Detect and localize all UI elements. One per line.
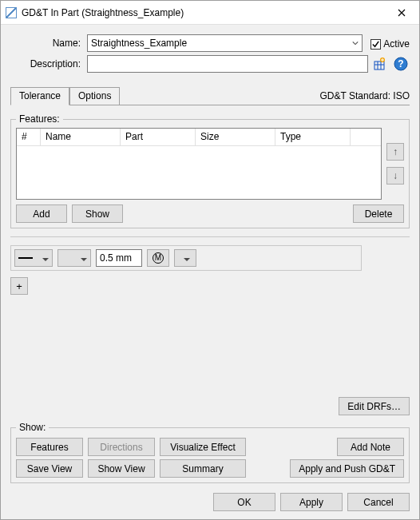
- close-icon: [398, 9, 406, 17]
- description-row: Description: ?: [10, 55, 410, 73]
- app-icon: [6, 7, 17, 18]
- apply-button[interactable]: Apply: [280, 493, 343, 511]
- chevron-down-icon: [77, 252, 87, 264]
- svg-rect-0: [374, 62, 384, 69]
- content-area: Name: Straightness_Example Active Descri…: [1, 25, 419, 519]
- save-view-button[interactable]: Save View: [16, 459, 83, 478]
- apply-push-gdt-button[interactable]: Apply and Push GD&T: [290, 459, 404, 478]
- col-type[interactable]: Type: [275, 129, 351, 146]
- active-checkbox[interactable]: Active: [370, 38, 410, 50]
- gdt-standard-label: GD&T Standard: ISO: [320, 90, 410, 105]
- col-size[interactable]: Size: [196, 129, 275, 146]
- delete-button[interactable]: Delete: [353, 204, 404, 223]
- reorder-column: ↑ ↓: [386, 128, 404, 200]
- name-combo[interactable]: Straightness_Example: [87, 34, 363, 52]
- show-button[interactable]: Show: [72, 204, 123, 223]
- material-modifier-button[interactable]: M: [147, 249, 169, 267]
- straightness-icon: [18, 257, 33, 259]
- cancel-button[interactable]: Cancel: [347, 493, 410, 511]
- move-down-button[interactable]: ↓: [386, 167, 404, 185]
- chevron-down-icon: [349, 35, 362, 51]
- svg-text:?: ?: [398, 58, 403, 69]
- summary-button[interactable]: Summary: [160, 459, 246, 478]
- dialog-footer: OK Apply Cancel: [10, 493, 410, 511]
- tolerance-value-input[interactable]: [96, 249, 142, 267]
- show-group: Show: Features Directions Visualize Effe…: [10, 422, 410, 483]
- col-part[interactable]: Part: [121, 129, 196, 146]
- show-features-button[interactable]: Features: [16, 438, 83, 456]
- column-chooser-icon[interactable]: [371, 55, 389, 73]
- show-view-button[interactable]: Show View: [88, 459, 155, 478]
- show-legend: Show:: [16, 422, 49, 433]
- add-note-button[interactable]: Add Note: [337, 438, 404, 456]
- features-table[interactable]: # Name Part Size Type: [16, 128, 382, 200]
- edit-drfs-button[interactable]: Edit DRFs…: [339, 397, 410, 415]
- separator: [10, 236, 410, 237]
- visualize-effect-button[interactable]: Visualize Effect: [160, 438, 246, 456]
- tab-tolerance[interactable]: Tolerance: [10, 87, 69, 105]
- datum-dropdown[interactable]: [174, 249, 196, 267]
- help-icon[interactable]: ?: [392, 55, 410, 73]
- description-label: Description:: [10, 58, 84, 69]
- chevron-down-icon: [180, 252, 190, 264]
- add-fcf-row-button[interactable]: +: [10, 277, 28, 295]
- features-group: Features: # Name Part Size Type ↑: [10, 113, 410, 228]
- tab-options[interactable]: Options: [69, 87, 120, 105]
- ok-button[interactable]: OK: [213, 493, 275, 511]
- close-button[interactable]: [383, 1, 419, 24]
- circled-m-icon: M: [153, 252, 164, 264]
- add-button[interactable]: Add: [16, 204, 67, 223]
- col-spacer: [351, 129, 381, 146]
- name-row: Name: Straightness_Example Active: [10, 34, 410, 52]
- dialog-window: GD&T In Part (Straightness_Example) Name…: [0, 0, 420, 520]
- zone-dropdown[interactable]: [57, 249, 91, 267]
- features-buttons: Add Show Delete: [16, 204, 404, 223]
- name-value: Straightness_Example: [91, 38, 349, 49]
- characteristic-symbol-dropdown[interactable]: [14, 249, 53, 267]
- description-input[interactable]: [87, 55, 368, 73]
- chevron-down-icon: [39, 252, 49, 264]
- tab-strip: Tolerance Options GD&T Standard: ISO: [10, 87, 410, 105]
- features-legend: Features:: [16, 113, 63, 125]
- table-header: # Name Part Size Type: [17, 129, 381, 146]
- col-name[interactable]: Name: [41, 129, 121, 146]
- tolerance-spec-row: M: [10, 245, 362, 271]
- title-bar: GD&T In Part (Straightness_Example): [1, 1, 419, 25]
- tolerance-panel: Features: # Name Part Size Type ↑: [10, 109, 410, 415]
- move-up-button[interactable]: ↑: [386, 143, 404, 161]
- window-title: GD&T In Part (Straightness_Example): [22, 7, 383, 18]
- col-num[interactable]: #: [17, 129, 41, 146]
- checkbox-icon: [370, 39, 381, 50]
- name-label: Name:: [10, 38, 84, 49]
- show-directions-button: Directions: [88, 438, 155, 456]
